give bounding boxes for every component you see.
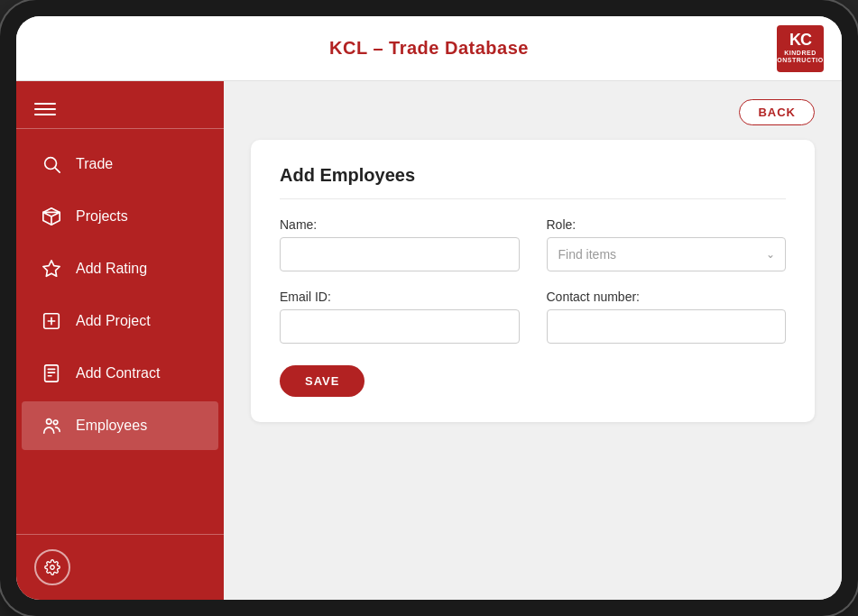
sidebar-item-label-trade: Trade [76, 156, 113, 172]
save-button[interactable]: SAVE [280, 365, 364, 397]
add-project-icon [40, 309, 63, 333]
contact-field: Contact number: [547, 290, 787, 344]
sidebar-item-label-add-rating: Add Rating [76, 261, 147, 277]
email-field: Email ID: [280, 290, 520, 344]
sidebar-item-label-projects: Projects [76, 208, 128, 225]
contact-input[interactable] [547, 309, 787, 344]
star-icon [40, 257, 63, 280]
sidebar-item-trade[interactable]: Trade [22, 140, 218, 188]
sidebar-menu-button[interactable] [16, 90, 224, 129]
search-icon [40, 152, 63, 176]
sidebar-item-add-contract[interactable]: Add Contract [22, 349, 218, 398]
form-row-2: Email ID: Contact number: [280, 290, 786, 344]
svg-rect-9 [45, 365, 59, 382]
email-input[interactable] [280, 309, 520, 344]
name-label: Name: [280, 217, 520, 232]
svg-point-15 [51, 565, 55, 570]
sidebar-bottom [16, 534, 224, 600]
form-title: Add Employees [280, 165, 786, 199]
role-label: Role: [547, 217, 787, 232]
sidebar-item-label-add-contract: Add Contract [76, 365, 160, 382]
header-title: KCL – Trade Database [329, 38, 529, 59]
contact-label: Contact number: [547, 290, 787, 304]
role-select-wrapper: Find items ⌄ [547, 237, 787, 271]
form-row-1: Name: Role: Find items ⌄ [280, 217, 786, 271]
sidebar-nav: Trade Projects [16, 138, 224, 534]
svg-point-13 [47, 419, 52, 425]
main-layout: Trade Projects [16, 81, 842, 600]
sidebar: Trade Projects [16, 81, 224, 600]
logo-box: KC KINDREDCONSTRUCTION [777, 25, 824, 72]
contract-icon [40, 362, 63, 385]
name-field: Name: [280, 217, 520, 271]
back-row: BACK [251, 99, 815, 125]
role-select[interactable]: Find items [547, 237, 787, 271]
sidebar-item-label-employees: Employees [76, 418, 147, 434]
employees-icon [40, 414, 63, 437]
back-button[interactable]: BACK [739, 99, 815, 125]
settings-button[interactable] [34, 549, 70, 585]
header: KCL – Trade Database KC KINDREDCONSTRUCT… [16, 16, 842, 81]
hamburger-icon[interactable] [34, 103, 206, 115]
svg-marker-5 [43, 261, 60, 276]
logo-area: KC KINDREDCONSTRUCTION [777, 25, 824, 72]
sidebar-item-projects[interactable]: Projects [22, 192, 218, 241]
email-label: Email ID: [280, 290, 520, 304]
sidebar-item-add-rating[interactable]: Add Rating [22, 244, 218, 293]
form-card: Add Employees Name: Role: Find items [251, 140, 815, 422]
tablet-screen: KCL – Trade Database KC KINDREDCONSTRUCT… [16, 16, 842, 600]
tablet-frame: KCL – Trade Database KC KINDREDCONSTRUCT… [0, 0, 858, 616]
sidebar-item-add-project[interactable]: Add Project [22, 297, 218, 345]
svg-line-1 [55, 168, 60, 172]
svg-point-14 [53, 420, 58, 425]
sidebar-item-employees[interactable]: Employees [22, 401, 218, 450]
logo-subtitle: KINDREDCONSTRUCTION [772, 50, 828, 65]
logo-kc: KC [789, 32, 811, 50]
role-field: Role: Find items ⌄ [547, 217, 787, 271]
projects-icon [40, 205, 63, 228]
content-area: BACK Add Employees Name: Role: [224, 81, 842, 600]
name-input[interactable] [280, 237, 520, 271]
sidebar-item-label-add-project: Add Project [76, 313, 151, 329]
